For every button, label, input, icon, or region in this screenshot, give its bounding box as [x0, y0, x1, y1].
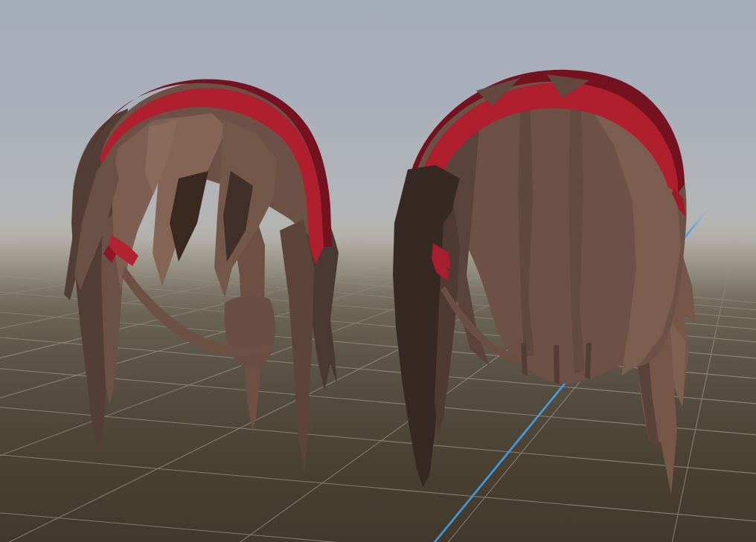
nape-seam	[554, 345, 560, 384]
hair-model-left[interactable]	[64, 80, 339, 472]
models-layer	[0, 0, 756, 542]
hair-chin-panel	[225, 295, 275, 368]
hair-model-right[interactable]	[393, 70, 696, 494]
viewport-canvas[interactable]	[0, 0, 756, 542]
hair-front-strand	[280, 219, 314, 472]
